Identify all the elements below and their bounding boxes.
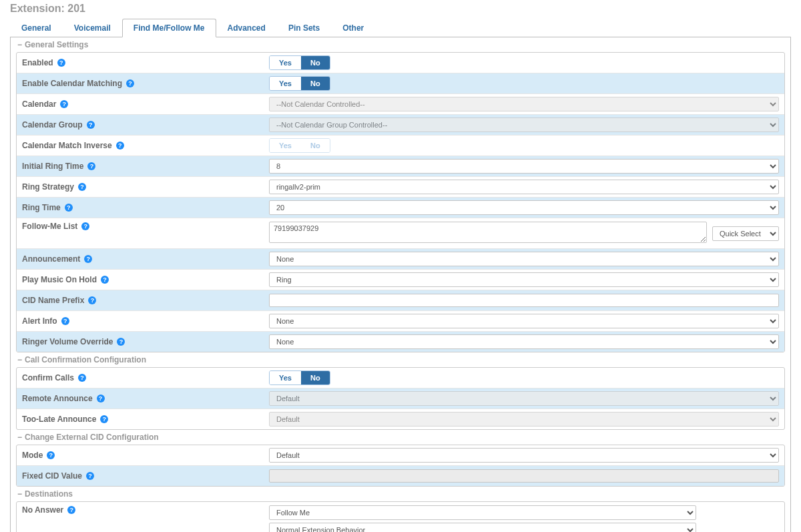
help-icon[interactable]: ? xyxy=(100,415,108,423)
help-icon[interactable]: ? xyxy=(78,374,86,382)
select-toolate: Default xyxy=(269,412,779,427)
section-dest: No Answer? Follow Me Normal Extension Be… xyxy=(16,501,785,532)
collapse-icon: − xyxy=(17,489,22,499)
select-quick-select[interactable]: Quick Select xyxy=(712,226,779,241)
label-announcement: Announcement xyxy=(22,254,80,264)
label-moh: Play Music On Hold xyxy=(22,275,97,284)
input-cid-prefix[interactable] xyxy=(269,294,779,307)
help-icon[interactable]: ? xyxy=(87,121,95,129)
section-general: Enabled? Yes No Enable Calendar Matching… xyxy=(16,52,785,352)
label-calendar: Calendar xyxy=(22,99,56,109)
label-cid-prefix: CID Name Prefix xyxy=(22,296,84,305)
select-remote-announce: Default xyxy=(269,391,779,406)
label-cal-group: Calendar Group xyxy=(22,120,83,129)
section-extcid-title[interactable]: − Change External CID Configuration xyxy=(16,430,785,445)
label-ring-strategy: Ring Strategy xyxy=(22,182,74,192)
label-ring-time: Ring Time xyxy=(22,203,61,212)
label-fixed-cid: Fixed CID Value xyxy=(22,471,82,481)
help-icon[interactable]: ? xyxy=(47,451,55,459)
help-icon[interactable]: ? xyxy=(101,276,109,284)
tab-advanced[interactable]: Advanced xyxy=(216,19,277,37)
section-dest-title[interactable]: − Destinations xyxy=(16,487,785,501)
section-confirm-title[interactable]: − Call Confirmation Configuration xyxy=(16,352,785,367)
label-remote-announce: Remote Announce xyxy=(22,394,93,403)
toggle-cal-inverse-no: No xyxy=(301,139,330,152)
help-icon[interactable]: ? xyxy=(117,338,125,346)
collapse-icon: − xyxy=(17,433,22,442)
collapse-icon: − xyxy=(17,40,22,49)
toggle-cal-match-yes[interactable]: Yes xyxy=(270,77,301,90)
tab-voicemail[interactable]: Voicemail xyxy=(63,19,122,37)
tab-findme[interactable]: Find Me/Follow Me xyxy=(122,19,216,37)
select-ringer-vol[interactable]: None xyxy=(269,334,779,349)
help-icon[interactable]: ? xyxy=(84,255,92,263)
section-confirm-label: Call Confirmation Configuration xyxy=(25,355,146,364)
section-extcid: Mode? Default Fixed CID Value? xyxy=(16,445,785,487)
select-cal-group: --Not Calendar Group Controlled-- xyxy=(269,117,779,132)
section-general-title[interactable]: − General Settings xyxy=(16,37,785,52)
help-icon[interactable]: ? xyxy=(88,296,96,304)
toggle-enabled-yes[interactable]: Yes xyxy=(270,56,301,69)
label-cal-match: Enable Calendar Matching xyxy=(22,79,122,88)
toggle-cal-match-no[interactable]: No xyxy=(301,77,330,90)
help-icon[interactable]: ? xyxy=(78,183,86,191)
toggle-enabled-no[interactable]: No xyxy=(301,56,330,69)
help-icon[interactable]: ? xyxy=(87,162,95,170)
help-icon[interactable]: ? xyxy=(67,506,75,514)
select-ring-strategy[interactable]: ringallv2-prim xyxy=(269,180,779,194)
input-fixed-cid xyxy=(269,469,779,483)
select-init-ring[interactable]: 8 xyxy=(269,159,779,174)
toggle-enabled[interactable]: Yes No xyxy=(269,55,330,70)
label-confirm-calls: Confirm Calls xyxy=(22,373,74,382)
section-dest-label: Destinations xyxy=(25,489,73,499)
tab-other[interactable]: Other xyxy=(331,19,375,37)
select-no-answer-1[interactable]: Follow Me xyxy=(269,505,696,520)
label-mode: Mode xyxy=(22,451,43,460)
label-cal-inverse: Calendar Match Inverse xyxy=(22,141,112,150)
section-extcid-label: Change External CID Configuration xyxy=(25,433,159,442)
select-mode[interactable]: Default xyxy=(269,448,779,463)
toggle-confirm-calls[interactable]: Yes No xyxy=(269,370,330,385)
help-icon[interactable]: ? xyxy=(61,317,69,325)
help-icon[interactable]: ? xyxy=(60,100,68,108)
section-confirm: Confirm Calls? Yes No Remote Announce? D… xyxy=(16,367,785,430)
help-icon[interactable]: ? xyxy=(81,222,89,230)
page-title: Extension: 201 xyxy=(10,3,791,15)
toggle-cal-inverse-yes: Yes xyxy=(270,139,301,152)
tab-general[interactable]: General xyxy=(10,19,63,37)
select-no-answer-2[interactable]: Normal Extension Behavior xyxy=(269,523,696,532)
select-ring-time[interactable]: 20 xyxy=(269,200,779,215)
tab-pinsets[interactable]: Pin Sets xyxy=(277,19,331,37)
label-toolate: Too-Late Announce xyxy=(22,415,96,424)
help-icon[interactable]: ? xyxy=(57,59,65,67)
collapse-icon: − xyxy=(17,355,22,364)
label-follow-list: Follow-Me List xyxy=(22,222,77,231)
help-icon[interactable]: ? xyxy=(97,394,105,403)
select-moh[interactable]: Ring xyxy=(269,272,779,287)
label-ringer-vol: Ringer Volume Override xyxy=(22,337,113,346)
tab-bar: General Voicemail Find Me/Follow Me Adva… xyxy=(10,19,791,37)
toggle-confirm-no[interactable]: No xyxy=(301,371,330,384)
label-enabled: Enabled xyxy=(22,58,53,67)
toggle-cal-inverse: Yes No xyxy=(269,138,330,153)
select-announcement[interactable]: None xyxy=(269,252,779,266)
label-alert-info: Alert Info xyxy=(22,316,57,326)
toggle-confirm-yes[interactable]: Yes xyxy=(270,371,301,384)
help-icon[interactable]: ? xyxy=(116,142,124,150)
select-alert-info[interactable]: None xyxy=(269,314,779,328)
help-icon[interactable]: ? xyxy=(65,204,73,212)
label-init-ring: Initial Ring Time xyxy=(22,162,83,171)
help-icon[interactable]: ? xyxy=(126,79,134,87)
help-icon[interactable]: ? xyxy=(86,472,94,480)
label-no-answer: No Answer xyxy=(22,505,63,515)
toggle-cal-match[interactable]: Yes No xyxy=(269,76,330,91)
textarea-follow-list[interactable]: 79199037929 xyxy=(269,222,707,243)
section-general-label: General Settings xyxy=(25,40,88,49)
tab-body: − General Settings Enabled? Yes No Enabl… xyxy=(10,37,791,532)
select-calendar: --Not Calendar Controlled-- xyxy=(269,97,779,111)
